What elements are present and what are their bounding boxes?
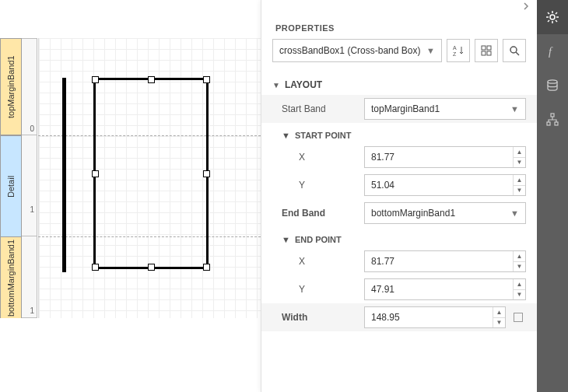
- start-point-x-input[interactable]: 81.77 ▲▼: [364, 146, 526, 168]
- end-point-x-input[interactable]: 81.77 ▲▼: [364, 250, 526, 272]
- svg-rect-19: [551, 114, 554, 117]
- end-point-y-label: Y: [272, 284, 358, 295]
- spin-down-icon[interactable]: ▼: [514, 186, 525, 196]
- spin-up-icon[interactable]: ▲: [514, 279, 525, 290]
- chevron-down-icon: ▼: [426, 46, 435, 55]
- svg-rect-4: [482, 51, 486, 55]
- svg-point-8: [550, 15, 555, 19]
- search-icon: [509, 45, 520, 56]
- chevron-down-icon: ▼: [510, 208, 519, 218]
- resize-handle-middle-right[interactable]: [203, 170, 210, 177]
- spin-up-icon[interactable]: ▲: [493, 307, 505, 318]
- triangle-down-icon: ▼: [282, 131, 290, 140]
- triangle-down-icon: ▼: [282, 235, 290, 244]
- svg-text:Z: Z: [453, 51, 457, 57]
- side-tab-expressions[interactable]: f: [537, 34, 568, 68]
- side-tab-properties[interactable]: [537, 0, 568, 34]
- svg-line-14: [556, 20, 557, 22]
- sort-alpha-button[interactable]: AZ: [447, 39, 470, 62]
- svg-rect-3: [487, 46, 491, 50]
- svg-line-7: [516, 52, 519, 55]
- start-point-y-label: Y: [272, 180, 358, 191]
- database-icon: [545, 79, 559, 93]
- resize-handle-top-right[interactable]: [203, 76, 210, 83]
- panel-title: PROPERTIES: [261, 14, 537, 39]
- side-tab-explorer[interactable]: [537, 103, 568, 137]
- triangle-down-icon: ▼: [272, 81, 280, 89]
- spin-up-icon[interactable]: ▲: [514, 147, 525, 158]
- svg-rect-21: [555, 122, 558, 125]
- svg-rect-5: [487, 51, 491, 55]
- width-input[interactable]: 148.95 ▲▼: [364, 306, 506, 328]
- svg-text:f: f: [549, 46, 553, 58]
- end-band-label: End Band: [272, 208, 358, 219]
- side-toolbar: f: [537, 0, 568, 392]
- spin-down-icon[interactable]: ▼: [514, 158, 525, 168]
- svg-line-13: [548, 12, 549, 14]
- resize-handle-bottom-left[interactable]: [92, 264, 99, 271]
- element-selector-value: crossBandBox1 (Cross-band Box): [279, 45, 420, 56]
- sort-alpha-icon: AZ: [452, 44, 465, 57]
- section-end-point[interactable]: ▼ END POINT: [261, 227, 537, 247]
- svg-line-15: [548, 20, 549, 22]
- resize-handle-bottom-center[interactable]: [148, 264, 155, 271]
- svg-point-6: [510, 47, 517, 53]
- start-point-y-input[interactable]: 51.04 ▲▼: [364, 174, 526, 196]
- svg-rect-2: [482, 46, 486, 50]
- crossband-box-element[interactable]: [93, 78, 209, 269]
- element-selector-dropdown[interactable]: crossBandBox1 (Cross-band Box) ▼: [272, 39, 442, 62]
- spin-down-icon[interactable]: ▼: [514, 290, 525, 300]
- width-auto-checkbox[interactable]: [514, 313, 523, 322]
- chevron-right-icon: [523, 2, 529, 12]
- svg-rect-20: [547, 122, 550, 125]
- section-layout[interactable]: ▼ LAYOUT: [261, 73, 537, 95]
- resize-handle-top-left[interactable]: [92, 76, 99, 83]
- band-label-topmargin[interactable]: topMarginBand1: [0, 38, 22, 135]
- vertical-ruler[interactable]: 0 1 1: [22, 38, 37, 318]
- chevron-down-icon: ▼: [510, 104, 519, 114]
- band-label-detail[interactable]: Detail: [0, 135, 22, 236]
- start-point-x-label: X: [272, 152, 358, 163]
- properties-panel: PROPERTIES crossBandBox1 (Cross-band Box…: [261, 0, 537, 392]
- crossband-line-element[interactable]: [62, 78, 66, 272]
- grid-icon: [481, 45, 492, 56]
- section-start-point[interactable]: ▼ START POINT: [261, 123, 537, 143]
- svg-text:A: A: [453, 45, 457, 51]
- search-button[interactable]: [503, 39, 526, 62]
- end-band-dropdown[interactable]: bottomMarginBand1 ▼: [364, 202, 526, 224]
- side-tab-fieldlist[interactable]: [537, 68, 568, 103]
- spin-up-icon[interactable]: ▲: [514, 251, 525, 262]
- width-label: Width: [272, 312, 358, 323]
- resize-handle-top-center[interactable]: [148, 76, 155, 83]
- spin-down-icon[interactable]: ▼: [493, 318, 505, 328]
- spin-up-icon[interactable]: ▲: [514, 175, 525, 186]
- gear-icon: [545, 10, 559, 24]
- start-band-dropdown[interactable]: topMarginBand1 ▼: [364, 98, 526, 120]
- band-label-bottommargin[interactable]: bottomMarginBand1: [0, 236, 22, 318]
- start-band-label: Start Band: [272, 103, 358, 114]
- resize-handle-middle-left[interactable]: [92, 170, 99, 177]
- svg-line-16: [556, 12, 557, 14]
- spin-down-icon[interactable]: ▼: [514, 262, 525, 272]
- resize-handle-bottom-right[interactable]: [203, 264, 210, 271]
- end-point-x-label: X: [272, 256, 358, 267]
- design-surface[interactable]: topMarginBand1 Detail bottomMarginBand1 …: [0, 0, 261, 392]
- tree-icon: [545, 113, 559, 127]
- panel-collapse-button[interactable]: [261, 0, 537, 14]
- svg-point-18: [548, 80, 557, 83]
- function-icon: f: [545, 44, 559, 58]
- end-point-y-input[interactable]: 47.91 ▲▼: [364, 278, 526, 300]
- categorized-button[interactable]: [475, 39, 498, 62]
